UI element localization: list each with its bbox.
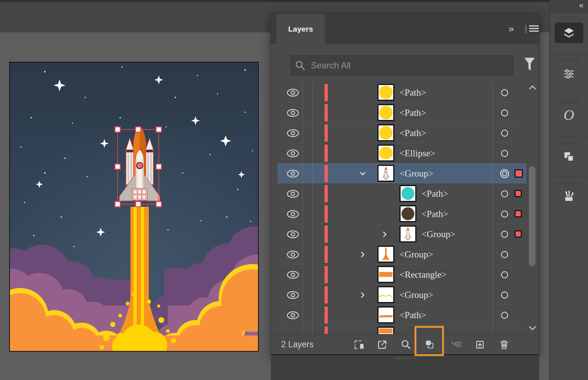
target-circle[interactable] xyxy=(498,209,511,220)
layer-thumbnail[interactable] xyxy=(377,246,394,263)
scrollbar-thumb[interactable] xyxy=(529,166,535,266)
layers-panel-icon[interactable] xyxy=(563,26,575,39)
chevron-down-icon[interactable] xyxy=(358,169,367,178)
layer-thumbnail[interactable] xyxy=(377,145,394,161)
delete-selection-trash-icon[interactable] xyxy=(498,338,510,351)
dock-button-opentype[interactable]: O xyxy=(550,96,588,137)
chevron-right-icon[interactable] xyxy=(358,291,367,299)
properties-sliders-icon[interactable] xyxy=(563,68,575,80)
chevron-right-icon[interactable] xyxy=(358,250,367,259)
visibility-eye-icon[interactable] xyxy=(286,290,300,300)
layer-row[interactable]: <Path> xyxy=(277,184,526,204)
dock-button-brushes[interactable] xyxy=(550,177,588,218)
layer-label[interactable]: <Ellipse> xyxy=(399,143,435,163)
visibility-eye-icon[interactable] xyxy=(286,88,300,97)
target-circle[interactable] xyxy=(498,148,511,159)
layer-thumbnail[interactable] xyxy=(377,84,394,101)
tab-layers[interactable]: Layers xyxy=(276,14,325,44)
visibility-eye-icon[interactable] xyxy=(286,108,300,118)
visibility-eye-icon[interactable] xyxy=(286,149,300,158)
scroll-up-icon[interactable] xyxy=(528,84,537,91)
layer-label[interactable]: <Group> xyxy=(399,244,433,264)
layer-thumbnail[interactable] xyxy=(377,124,394,141)
layer-label[interactable]: <Path> xyxy=(422,184,448,204)
brushes-box-icon[interactable] xyxy=(563,190,575,202)
scrollbar[interactable] xyxy=(527,82,538,334)
selection-square[interactable] xyxy=(514,190,522,197)
target-circle[interactable] xyxy=(498,290,511,301)
search-input[interactable] xyxy=(310,60,510,71)
layer-row-partial[interactable] xyxy=(277,325,526,334)
expand-panels-icon[interactable]: « xyxy=(550,0,588,12)
target-circle[interactable] xyxy=(498,229,511,240)
target-circle[interactable] xyxy=(498,188,511,199)
dock-button-layers[interactable] xyxy=(550,12,588,53)
dock-divider xyxy=(550,216,588,216)
visibility-eye-icon[interactable] xyxy=(286,310,300,320)
target-circle[interactable] xyxy=(498,249,511,260)
visibility-eye-icon[interactable] xyxy=(286,230,300,239)
target-circle[interactable] xyxy=(498,107,511,118)
layer-label[interactable]: <Group> xyxy=(422,224,455,244)
layer-thumbnail[interactable] xyxy=(377,286,394,303)
selection-square[interactable] xyxy=(514,230,522,238)
target-circle[interactable] xyxy=(498,128,511,139)
panel-menu-icon[interactable] xyxy=(529,25,539,33)
layer-thumbnail[interactable] xyxy=(377,306,394,323)
locate-object-icon[interactable] xyxy=(400,338,412,351)
scroll-down-icon[interactable] xyxy=(528,324,537,332)
artboards-squares-icon[interactable] xyxy=(563,150,575,163)
layer-row-selected[interactable]: <Group> xyxy=(277,163,526,184)
layer-row[interactable]: <Path> xyxy=(277,103,526,123)
layer-thumbnail[interactable] xyxy=(377,327,394,334)
layer-row[interactable]: <Group> xyxy=(277,285,526,305)
layer-label[interactable]: <Rectangle> xyxy=(399,264,447,285)
dock-button-artboards[interactable] xyxy=(550,137,588,178)
layer-row[interactable]: <Rectangle> xyxy=(277,264,526,285)
layer-label[interactable]: <Group> xyxy=(399,285,433,305)
target-double-circle[interactable] xyxy=(498,168,511,179)
layer-row[interactable]: <Path> xyxy=(277,305,526,325)
layer-label[interactable]: <Path> xyxy=(399,305,426,325)
layer-label[interactable]: <Path> xyxy=(399,82,426,103)
layer-row[interactable]: <Path> xyxy=(277,204,526,224)
layer-label[interactable]: <Path> xyxy=(422,204,448,224)
layer-thumbnail[interactable] xyxy=(399,225,416,242)
visibility-eye-icon[interactable] xyxy=(286,250,300,259)
layer-thumbnail[interactable] xyxy=(377,266,394,283)
selection-square[interactable] xyxy=(514,210,522,217)
opentype-o-icon[interactable]: O xyxy=(563,109,575,121)
layer-thumbnail[interactable] xyxy=(399,205,416,222)
visibility-eye-icon[interactable] xyxy=(286,270,300,280)
active-panel-highlight xyxy=(555,22,583,43)
panel-resize-gripper[interactable] xyxy=(395,357,415,359)
filter-funnel-icon[interactable] xyxy=(524,57,535,73)
layer-thumbnail[interactable] xyxy=(377,104,394,121)
export-selection-icon[interactable] xyxy=(376,338,388,351)
layer-thumbnail[interactable] xyxy=(399,185,416,202)
layer-row[interactable]: <Path> xyxy=(277,82,526,103)
visibility-eye-icon[interactable] xyxy=(286,169,300,178)
layer-label[interactable]: <Path> xyxy=(399,123,426,143)
target-circle[interactable] xyxy=(498,310,511,321)
layer-label[interactable]: <Group> xyxy=(399,163,433,184)
layer-row[interactable]: <Group> xyxy=(277,224,526,244)
artboard-canvas[interactable] xyxy=(9,62,259,352)
layer-thumbnail[interactable] xyxy=(377,165,394,182)
layer-row[interactable]: <Path> xyxy=(277,123,526,143)
selection-square[interactable] xyxy=(514,169,523,178)
layer-row[interactable]: <Ellipse> xyxy=(277,143,526,163)
visibility-eye-icon[interactable] xyxy=(286,209,300,219)
target-circle[interactable] xyxy=(498,87,511,98)
create-new-layer-icon[interactable] xyxy=(474,338,486,351)
search-field[interactable] xyxy=(289,54,514,77)
layer-label[interactable]: <Path> xyxy=(399,103,426,123)
visibility-eye-icon[interactable] xyxy=(286,128,300,138)
layer-row[interactable]: <Group> xyxy=(277,244,526,264)
dock-button-properties[interactable] xyxy=(550,54,588,96)
chevron-right-icon[interactable] xyxy=(380,230,389,239)
collect-for-export-icon[interactable] xyxy=(353,338,366,351)
target-circle[interactable] xyxy=(498,269,511,280)
collapse-to-icons-icon[interactable]: » xyxy=(502,24,519,34)
visibility-eye-icon[interactable] xyxy=(286,189,300,199)
